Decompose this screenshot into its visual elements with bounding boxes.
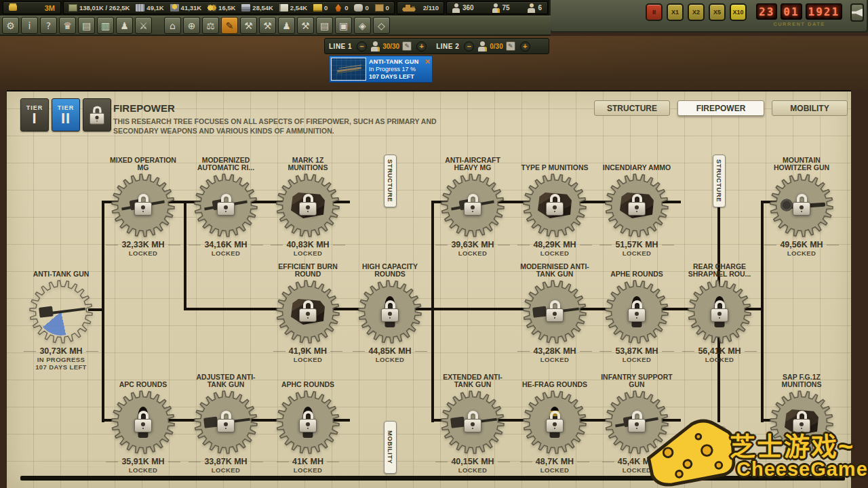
market-icon[interactable]: ⚖	[202, 17, 219, 34]
pause-button[interactable]: II	[646, 3, 663, 21]
research-node[interactable]: APHC ROUNDS 41K MH LOCKED	[264, 371, 352, 474]
construction-icon[interactable]: ⚒	[297, 17, 314, 34]
research-node[interactable]: ANTI-TANK GUN 30,73K MH IN PROGRESS 107 …	[17, 260, 105, 371]
research-node-title: TYPE P MUNITIONS	[518, 154, 591, 172]
resource-value: 0	[386, 4, 389, 12]
research-cost: 30,73K MH	[17, 346, 105, 356]
military-icon[interactable]: ⚔	[135, 17, 152, 34]
line1-edit-button[interactable]: ✎	[402, 41, 412, 51]
research-node[interactable]: INCENDIARY AMMO 51,57K MH LOCKED	[593, 154, 681, 257]
resource-value: 16,5K	[218, 4, 235, 12]
speed-x5-button[interactable]: X5	[709, 3, 726, 21]
research-icon[interactable]: ✎	[221, 17, 238, 34]
achievements-icon[interactable]: ♛	[59, 17, 76, 34]
toolbar-group-system: ⚙ i ? ♛ ▤ ▥ ♟ ⚔	[2, 17, 152, 34]
line1-add-button[interactable]: +	[416, 41, 427, 52]
line1-remove-button[interactable]: –	[357, 41, 367, 52]
research-node[interactable]: MARK 1Z MUNITIONS 40,83K MH LOCKED	[264, 154, 352, 257]
tier-1-tab[interactable]: TIER I	[20, 98, 49, 131]
research-node[interactable]: MODERNISED ANTI-TANK GUN 43,28K MH LOCKE…	[511, 260, 599, 363]
research-node[interactable]: HIGH CAPACITY ROUNDS 44,85K MH LOCKED	[346, 260, 434, 363]
research-gear	[604, 173, 669, 238]
tab-mobility[interactable]: MOBILITY	[772, 100, 848, 116]
research-lines-bar: LINE 1 – 30/30 ✎ + LINE 2 – 0/30 ✎ +	[324, 38, 549, 54]
research-node[interactable]: EFFICIENT BURN ROUND 41,9K MH LOCKED	[264, 260, 352, 363]
mobility-link-tab[interactable]: MOBILITY	[384, 421, 397, 474]
structure-link-tab[interactable]: STRUCTURE	[384, 155, 397, 207]
research-node[interactable]: ANTI-AIRCRAFT HEAVY MG 39,63K MH LOCKED	[429, 154, 517, 257]
tank-upgrade-icon[interactable]: ◈	[354, 17, 371, 34]
world-map-icon[interactable]: ⊕	[183, 17, 200, 34]
line2-add-button[interactable]: +	[520, 41, 530, 52]
lock-icon	[709, 300, 730, 322]
tank-production-icon[interactable]: ◇	[373, 17, 390, 34]
lock-icon	[133, 194, 153, 216]
research-status: LOCKED	[99, 466, 187, 474]
research-node-title: HIGH CAPACITY ROUNDS	[353, 260, 427, 279]
speed-x10-button[interactable]: X10	[730, 3, 747, 21]
info-icon[interactable]: i	[21, 17, 38, 34]
resource: 0	[313, 4, 328, 12]
ledger-icon[interactable]: ▥	[97, 17, 114, 34]
resource-value: 2,54K	[290, 4, 307, 12]
research-node[interactable]: APHE ROUNDS 53,87K MH LOCKED	[593, 260, 681, 363]
main-toolbar: ⚙ i ? ♛ ▤ ▥ ♟ ⚔ ⌂ ⊕ ⚖ ✎ ⚒ ⚒ ♟	[0, 16, 551, 36]
research-blueprint-image	[331, 58, 366, 81]
research-node[interactable]: APC ROUNDS 35,91K MH LOCKED	[99, 371, 187, 474]
lock-icon	[298, 300, 318, 322]
date-digit-group: 1921	[806, 3, 843, 20]
research-node[interactable]: REAR CHARGE SHRAPNEL ROU... 56,41K MH LO…	[675, 260, 764, 363]
factory-icon[interactable]: ⌂	[164, 17, 181, 34]
active-research-card[interactable]: ANTI-TANK GUN In Progress 17 % 107 DAYS …	[329, 56, 433, 83]
research-card-days-left: 107 DAYS LEFT	[369, 73, 428, 80]
lock-icon	[216, 411, 236, 432]
research-node[interactable]: HE-FRAG ROUNDS 48,7K MH LOCKED	[511, 371, 599, 474]
research-gear	[440, 173, 505, 238]
depot-icon[interactable]: ▤	[316, 17, 333, 34]
personnel-count: 360	[452, 3, 474, 13]
personnel-icon[interactable]: ♟	[116, 17, 133, 34]
announcements-button[interactable]	[850, 3, 864, 22]
research-status: LOCKED	[429, 249, 517, 257]
money-icon	[9, 5, 17, 11]
tree-description: THIS RESEARCH TREE FOCUSES ON ALL ASPECT…	[113, 117, 466, 136]
research-cost: 49,56K MH	[757, 240, 846, 249]
research-node[interactable]: MODERNIZED AUTOMATIC RI... 34,16K MH LOC…	[182, 154, 270, 257]
research-node[interactable]: MIXED OPERATION MG 32,33K MH LOCKED	[99, 154, 187, 257]
personnel-count: 6	[528, 3, 542, 13]
resource: 0	[354, 4, 368, 12]
research-status: LOCKED	[511, 249, 599, 257]
speed-x2-button[interactable]: X2	[688, 3, 705, 21]
artillery-icon[interactable]: ▣	[335, 17, 352, 34]
lock-icon	[462, 411, 483, 432]
help-icon[interactable]: ?	[40, 17, 57, 34]
repair-icon[interactable]: ⚒	[240, 17, 257, 34]
close-icon[interactable]: ×	[425, 56, 430, 66]
speed-x1-button[interactable]: X1	[667, 3, 684, 21]
line1-label: LINE 1	[329, 43, 352, 50]
research-status: LOCKED	[593, 356, 681, 363]
staff-icon[interactable]: ♟	[278, 17, 295, 34]
newspaper-icon[interactable]: ▤	[78, 17, 95, 34]
line2-remove-button[interactable]: –	[464, 41, 474, 52]
lock-icon	[627, 300, 647, 322]
resource-icon	[136, 4, 144, 12]
scientist-icon	[371, 41, 380, 52]
research-gear	[440, 390, 505, 455]
structure-link-tab[interactable]: STRUCTURE	[713, 155, 726, 207]
line2-edit-button[interactable]: ✎	[506, 41, 515, 51]
research-gear	[522, 279, 587, 344]
tier-3-locked-tab[interactable]	[83, 98, 111, 131]
research-node[interactable]: TYPE P MUNITIONS 48,29K MH LOCKED	[511, 154, 599, 257]
tab-structure[interactable]: STRUCTURE	[594, 100, 670, 116]
lock-icon	[298, 411, 318, 432]
research-node[interactable]: MOUNTAIN HOWITZER GUN 49,56K MH LOCKED	[757, 154, 846, 257]
maintenance-icon[interactable]: ⚒	[259, 17, 276, 34]
research-status: LOCKED	[182, 249, 270, 257]
resource: 138,01K / 262,5K	[68, 4, 130, 12]
research-node[interactable]: ADJUSTED ANTI-TANK GUN 33,87K MH LOCKED	[182, 371, 270, 474]
tier-2-tab[interactable]: TIER II	[52, 98, 80, 131]
tab-firepower[interactable]: FIREPOWER	[677, 100, 764, 116]
settings-icon[interactable]: ⚙	[2, 17, 19, 34]
research-node[interactable]: EXTENDED ANTI-TANK GUN 40,15K MH LOCKED	[429, 371, 517, 474]
